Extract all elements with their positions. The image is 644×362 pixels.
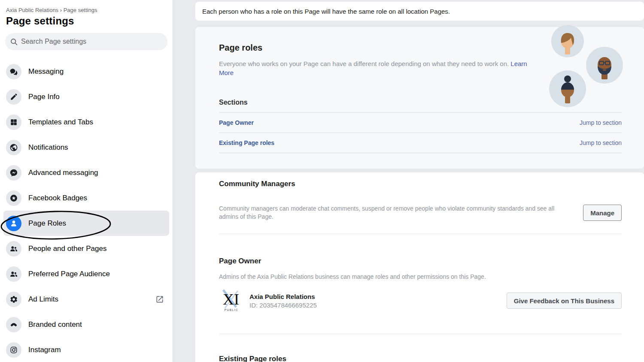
external-link-icon — [155, 295, 164, 304]
divider — [219, 234, 622, 234]
community-managers-row: Community managers can moderate chat com… — [219, 205, 622, 221]
sidebar-item-ad-limits[interactable]: Ad Limits — [0, 287, 173, 312]
section-row-existing-page-roles: Existing Page roles Jump to section — [219, 133, 622, 153]
sidebar-item-advanced-messaging[interactable]: Advanced messaging — [0, 160, 173, 185]
sidebar-item-label: People and other Pages — [28, 244, 106, 253]
gear-icon — [6, 292, 21, 307]
sidebar-item-people-other-pages[interactable]: People and other Pages — [0, 236, 173, 261]
existing-page-roles-section-link[interactable]: Existing Page roles — [219, 139, 274, 146]
page-roles-card-title: Page roles — [219, 43, 622, 53]
divider — [219, 334, 622, 334]
business-meta: Axia Public Relations ID: 20354784666952… — [249, 293, 317, 309]
person-icon — [6, 216, 21, 231]
give-feedback-button[interactable]: Give Feedback on This Business — [507, 293, 622, 309]
sidebar-menu: Messaging Page Info Templates and T — [0, 59, 173, 362]
sidebar-item-instagram[interactable]: Instagram — [0, 337, 173, 362]
page-owner-section-link[interactable]: Page Owner — [219, 119, 254, 126]
business-id: ID: 2035478466695225 — [249, 302, 317, 309]
people-icon — [6, 241, 21, 256]
sidebar-item-messaging[interactable]: Messaging — [0, 59, 173, 84]
globe-icon — [6, 140, 21, 155]
section-row-page-owner: Page Owner Jump to section — [219, 113, 622, 133]
jump-to-section-link[interactable]: Jump to section — [580, 119, 622, 126]
sidebar-item-templates-tabs[interactable]: Templates and Tabs — [0, 109, 173, 135]
jump-to-section-link[interactable]: Jump to section — [580, 139, 622, 146]
sidebar-item-page-roles[interactable]: Page Roles — [3, 211, 169, 236]
breadcrumb: Axia Public Relations › Page settings — [0, 6, 173, 13]
pencil-icon — [6, 89, 21, 105]
handshake-icon — [6, 317, 21, 332]
page-roles-card-description: Everyone who works on your Page can have… — [219, 59, 528, 77]
sidebar-item-label: Instagram — [28, 346, 61, 354]
sidebar-item-label: Templates and Tabs — [28, 118, 93, 127]
search-input[interactable] — [21, 38, 162, 45]
logo-subtext: PUBLIC — [225, 308, 238, 311]
location-roles-banner: Each person who has a role on this Page … — [195, 2, 644, 21]
sidebar-item-facebook-badges[interactable]: Facebook Badges — [0, 185, 173, 211]
roles-detail-card: Community Managers Community managers ca… — [195, 172, 644, 362]
sidebar-item-label: Notifications — [28, 143, 68, 152]
description-text: Everyone who works on your Page can have… — [219, 60, 509, 67]
star-badge-icon — [6, 190, 21, 206]
page-owner-title: Page Owner — [219, 257, 622, 265]
business-logo: XI PUBLIC — [219, 288, 244, 313]
sidebar: Axia Public Relations › Page settings Pa… — [0, 0, 173, 362]
sidebar-item-label: Messaging — [28, 67, 64, 76]
messenger-icon — [6, 165, 21, 181]
page-roles-card: Page roles Everyone who works on your Pa… — [195, 27, 644, 169]
main-content: Each person who has a role on this Page … — [195, 0, 644, 362]
sidebar-item-label: Page Roles — [28, 219, 66, 228]
search-icon — [10, 38, 18, 45]
logo-monogram: XI — [223, 291, 239, 308]
search-box[interactable] — [5, 33, 167, 50]
sidebar-item-label: Page Info — [28, 93, 60, 101]
page-title: Page settings — [0, 13, 173, 27]
sidebar-item-label: Branded content — [28, 320, 82, 329]
community-managers-description: Community managers can moderate chat com… — [219, 205, 566, 221]
sidebar-item-label: Ad Limits — [28, 295, 58, 304]
sidebar-item-branded-content[interactable]: Branded content — [0, 312, 173, 337]
sidebar-item-label: Advanced messaging — [28, 169, 98, 177]
page-owner-description: Admins of the Axia Public Relations busi… — [219, 273, 622, 281]
sidebar-item-preferred-page-audience[interactable]: Preferred Page Audience — [0, 261, 173, 287]
community-managers-title: Community Managers — [219, 180, 622, 188]
chat-bubbles-icon — [6, 64, 21, 79]
business-name: Axia Public Relations — [249, 293, 317, 300]
sections-label: Sections — [219, 99, 622, 106]
divider — [219, 153, 622, 153]
sidebar-item-page-info[interactable]: Page Info — [0, 84, 173, 109]
people-icon — [6, 266, 21, 282]
page-owner-row: XI PUBLIC Axia Public Relations ID: 2035… — [219, 288, 622, 313]
sidebar-item-label: Preferred Page Audience — [28, 270, 110, 278]
existing-page-roles-title: Existing Page roles — [219, 355, 622, 362]
manage-button[interactable]: Manage — [583, 205, 622, 221]
grid-icon — [6, 115, 21, 130]
sidebar-item-notifications[interactable]: Notifications — [0, 135, 173, 160]
banner-text: Each person who has a role on this Page … — [202, 8, 450, 15]
sidebar-item-label: Facebook Badges — [28, 194, 87, 202]
instagram-icon — [6, 342, 21, 358]
